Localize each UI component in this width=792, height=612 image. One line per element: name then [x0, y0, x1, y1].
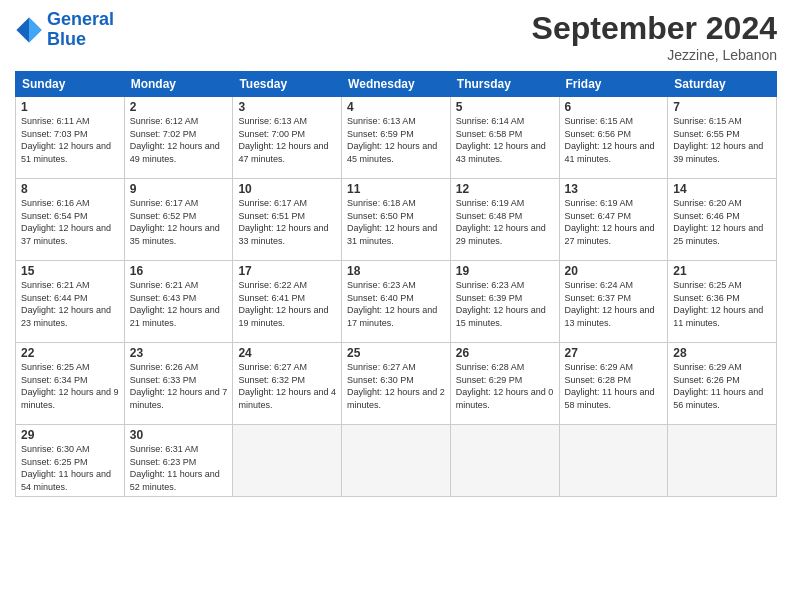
- table-cell: 9Sunrise: 6:17 AMSunset: 6:52 PMDaylight…: [124, 179, 233, 261]
- table-cell: 1Sunrise: 6:11 AMSunset: 7:03 PMDaylight…: [16, 97, 125, 179]
- day-info: Sunrise: 6:30 AMSunset: 6:25 PMDaylight:…: [21, 443, 119, 493]
- calendar-table: Sunday Monday Tuesday Wednesday Thursday…: [15, 71, 777, 497]
- day-info: Sunrise: 6:15 AMSunset: 6:55 PMDaylight:…: [673, 115, 771, 165]
- day-info: Sunrise: 6:29 AMSunset: 6:26 PMDaylight:…: [673, 361, 771, 411]
- month-title: September 2024: [532, 10, 777, 47]
- day-number: 24: [238, 346, 336, 360]
- day-number: 30: [130, 428, 228, 442]
- day-info: Sunrise: 6:21 AMSunset: 6:44 PMDaylight:…: [21, 279, 119, 329]
- calendar-header-row: Sunday Monday Tuesday Wednesday Thursday…: [16, 72, 777, 97]
- table-cell: 3Sunrise: 6:13 AMSunset: 7:00 PMDaylight…: [233, 97, 342, 179]
- table-cell: 22Sunrise: 6:25 AMSunset: 6:34 PMDayligh…: [16, 343, 125, 425]
- day-number: 7: [673, 100, 771, 114]
- day-number: 27: [565, 346, 663, 360]
- day-number: 17: [238, 264, 336, 278]
- table-cell: 11Sunrise: 6:18 AMSunset: 6:50 PMDayligh…: [342, 179, 451, 261]
- table-cell: 6Sunrise: 6:15 AMSunset: 6:56 PMDaylight…: [559, 97, 668, 179]
- calendar-row-2: 8Sunrise: 6:16 AMSunset: 6:54 PMDaylight…: [16, 179, 777, 261]
- calendar-row-4: 22Sunrise: 6:25 AMSunset: 6:34 PMDayligh…: [16, 343, 777, 425]
- day-info: Sunrise: 6:25 AMSunset: 6:36 PMDaylight:…: [673, 279, 771, 329]
- day-info: Sunrise: 6:18 AMSunset: 6:50 PMDaylight:…: [347, 197, 445, 247]
- table-cell: 13Sunrise: 6:19 AMSunset: 6:47 PMDayligh…: [559, 179, 668, 261]
- logo: General Blue: [15, 10, 114, 50]
- col-tuesday: Tuesday: [233, 72, 342, 97]
- day-info: Sunrise: 6:22 AMSunset: 6:41 PMDaylight:…: [238, 279, 336, 329]
- table-cell: 30Sunrise: 6:31 AMSunset: 6:23 PMDayligh…: [124, 425, 233, 497]
- table-cell: 16Sunrise: 6:21 AMSunset: 6:43 PMDayligh…: [124, 261, 233, 343]
- day-number: 8: [21, 182, 119, 196]
- col-friday: Friday: [559, 72, 668, 97]
- day-number: 22: [21, 346, 119, 360]
- table-cell: 24Sunrise: 6:27 AMSunset: 6:32 PMDayligh…: [233, 343, 342, 425]
- day-number: 16: [130, 264, 228, 278]
- day-info: Sunrise: 6:25 AMSunset: 6:34 PMDaylight:…: [21, 361, 119, 411]
- day-number: 6: [565, 100, 663, 114]
- page-header: General Blue September 2024 Jezzine, Leb…: [15, 10, 777, 63]
- table-cell: 29Sunrise: 6:30 AMSunset: 6:25 PMDayligh…: [16, 425, 125, 497]
- table-cell: 19Sunrise: 6:23 AMSunset: 6:39 PMDayligh…: [450, 261, 559, 343]
- day-number: 14: [673, 182, 771, 196]
- calendar-row-3: 15Sunrise: 6:21 AMSunset: 6:44 PMDayligh…: [16, 261, 777, 343]
- table-cell: 14Sunrise: 6:20 AMSunset: 6:46 PMDayligh…: [668, 179, 777, 261]
- day-number: 12: [456, 182, 554, 196]
- day-info: Sunrise: 6:24 AMSunset: 6:37 PMDaylight:…: [565, 279, 663, 329]
- day-info: Sunrise: 6:11 AMSunset: 7:03 PMDaylight:…: [21, 115, 119, 165]
- table-cell: 15Sunrise: 6:21 AMSunset: 6:44 PMDayligh…: [16, 261, 125, 343]
- table-cell: [668, 425, 777, 497]
- table-cell: 25Sunrise: 6:27 AMSunset: 6:30 PMDayligh…: [342, 343, 451, 425]
- col-saturday: Saturday: [668, 72, 777, 97]
- table-cell: 10Sunrise: 6:17 AMSunset: 6:51 PMDayligh…: [233, 179, 342, 261]
- day-number: 29: [21, 428, 119, 442]
- col-wednesday: Wednesday: [342, 72, 451, 97]
- day-number: 13: [565, 182, 663, 196]
- table-cell: 23Sunrise: 6:26 AMSunset: 6:33 PMDayligh…: [124, 343, 233, 425]
- calendar-row-5: 29Sunrise: 6:30 AMSunset: 6:25 PMDayligh…: [16, 425, 777, 497]
- table-cell: 2Sunrise: 6:12 AMSunset: 7:02 PMDaylight…: [124, 97, 233, 179]
- location: Jezzine, Lebanon: [532, 47, 777, 63]
- day-number: 9: [130, 182, 228, 196]
- day-number: 11: [347, 182, 445, 196]
- day-info: Sunrise: 6:17 AMSunset: 6:52 PMDaylight:…: [130, 197, 228, 247]
- day-number: 26: [456, 346, 554, 360]
- day-number: 28: [673, 346, 771, 360]
- day-number: 2: [130, 100, 228, 114]
- table-cell: 4Sunrise: 6:13 AMSunset: 6:59 PMDaylight…: [342, 97, 451, 179]
- day-number: 21: [673, 264, 771, 278]
- day-info: Sunrise: 6:17 AMSunset: 6:51 PMDaylight:…: [238, 197, 336, 247]
- col-sunday: Sunday: [16, 72, 125, 97]
- day-info: Sunrise: 6:28 AMSunset: 6:29 PMDaylight:…: [456, 361, 554, 411]
- day-number: 19: [456, 264, 554, 278]
- col-monday: Monday: [124, 72, 233, 97]
- day-number: 25: [347, 346, 445, 360]
- day-info: Sunrise: 6:14 AMSunset: 6:58 PMDaylight:…: [456, 115, 554, 165]
- day-number: 23: [130, 346, 228, 360]
- day-number: 4: [347, 100, 445, 114]
- table-cell: [233, 425, 342, 497]
- day-info: Sunrise: 6:12 AMSunset: 7:02 PMDaylight:…: [130, 115, 228, 165]
- day-info: Sunrise: 6:19 AMSunset: 6:47 PMDaylight:…: [565, 197, 663, 247]
- day-info: Sunrise: 6:27 AMSunset: 6:32 PMDaylight:…: [238, 361, 336, 411]
- svg-marker-1: [29, 17, 42, 42]
- title-block: September 2024 Jezzine, Lebanon: [532, 10, 777, 63]
- table-cell: 17Sunrise: 6:22 AMSunset: 6:41 PMDayligh…: [233, 261, 342, 343]
- table-cell: 12Sunrise: 6:19 AMSunset: 6:48 PMDayligh…: [450, 179, 559, 261]
- day-info: Sunrise: 6:29 AMSunset: 6:28 PMDaylight:…: [565, 361, 663, 411]
- logo-icon: [15, 16, 43, 44]
- day-info: Sunrise: 6:13 AMSunset: 7:00 PMDaylight:…: [238, 115, 336, 165]
- day-info: Sunrise: 6:31 AMSunset: 6:23 PMDaylight:…: [130, 443, 228, 493]
- day-info: Sunrise: 6:15 AMSunset: 6:56 PMDaylight:…: [565, 115, 663, 165]
- table-cell: 7Sunrise: 6:15 AMSunset: 6:55 PMDaylight…: [668, 97, 777, 179]
- table-cell: 28Sunrise: 6:29 AMSunset: 6:26 PMDayligh…: [668, 343, 777, 425]
- day-number: 18: [347, 264, 445, 278]
- table-cell: 21Sunrise: 6:25 AMSunset: 6:36 PMDayligh…: [668, 261, 777, 343]
- day-info: Sunrise: 6:21 AMSunset: 6:43 PMDaylight:…: [130, 279, 228, 329]
- day-number: 1: [21, 100, 119, 114]
- table-cell: [559, 425, 668, 497]
- calendar-row-1: 1Sunrise: 6:11 AMSunset: 7:03 PMDaylight…: [16, 97, 777, 179]
- table-cell: 26Sunrise: 6:28 AMSunset: 6:29 PMDayligh…: [450, 343, 559, 425]
- logo-text: General Blue: [47, 10, 114, 50]
- table-cell: 5Sunrise: 6:14 AMSunset: 6:58 PMDaylight…: [450, 97, 559, 179]
- day-info: Sunrise: 6:23 AMSunset: 6:40 PMDaylight:…: [347, 279, 445, 329]
- day-number: 3: [238, 100, 336, 114]
- table-cell: 18Sunrise: 6:23 AMSunset: 6:40 PMDayligh…: [342, 261, 451, 343]
